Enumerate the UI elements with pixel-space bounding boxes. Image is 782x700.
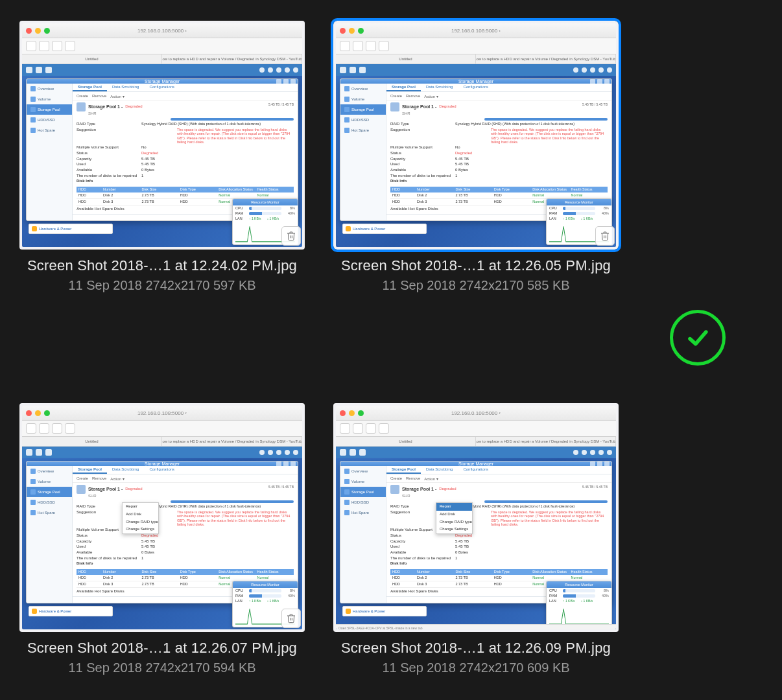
menu-item[interactable]: Change RAID type [436, 519, 472, 526]
sidebar-item-hddssd[interactable]: HDD/SSD [27, 497, 72, 508]
toolbar-action[interactable]: Action [424, 476, 438, 481]
duplicate-check-badge [670, 310, 726, 366]
browser-tab[interactable]: Untitled [336, 437, 476, 446]
menu-item[interactable]: Change Settings [436, 526, 472, 533]
hardware-power-banner[interactable]: Hardware & Power [342, 224, 427, 234]
toolbar-action[interactable]: Action [110, 94, 124, 99]
sidebar-item-hotspare[interactable]: Hot Spare [27, 508, 72, 518]
toolbar-create[interactable]: Create [77, 476, 88, 480]
sidebar-item-hddssd[interactable]: HDD/SSD [27, 115, 72, 125]
file-name: Screen Shot 2018-…1 at 12.26.05 PM.jpg [341, 257, 611, 274]
toolbar-create[interactable]: Create [390, 94, 402, 98]
sidebar-item-storagepool[interactable]: Storage Pool [27, 104, 72, 115]
toolbar-create[interactable]: Create [77, 94, 88, 98]
toolbar-remove[interactable]: Remove [406, 94, 420, 98]
sidebar-item-storagepool[interactable]: Storage Pool [340, 104, 386, 115]
sidebar-item-volume[interactable]: Volume [27, 476, 72, 487]
toolbar-action[interactable]: Action [424, 94, 438, 99]
trash-icon[interactable] [595, 226, 615, 246]
tab[interactable]: Configurations [144, 466, 180, 474]
tab[interactable]: Configurations [144, 84, 180, 91]
browser-tab[interactable]: Untitled [22, 54, 162, 64]
gallery-item[interactable]: 192.168.0.108:5000 ‹UntitledHow to repla… [13, 403, 311, 700]
status-bar: Open 5PSL-2AE2-4CDA-CPV at 5PSL-image in… [336, 624, 616, 629]
menu-item[interactable]: Add Disk [436, 511, 472, 519]
browser-tab[interactable]: How to replace a HDD and repair a Volume… [162, 54, 302, 64]
window-title: 192.168.0.108:5000 ‹ [336, 28, 616, 34]
hardware-power-banner[interactable]: Hardware & Power [342, 606, 427, 616]
menu-item[interactable]: Repair [436, 503, 472, 511]
trash-icon[interactable] [281, 226, 301, 246]
file-name: Screen Shot 2018-…1 at 12.24.02 PM.jpg [27, 257, 297, 274]
tab[interactable]: Data Scrubbing [107, 84, 144, 91]
menu-item[interactable]: Repair [123, 503, 158, 511]
sidebar-item-hddssd[interactable]: HDD/SSD [340, 497, 386, 508]
trash-icon[interactable] [281, 609, 301, 628]
sidebar-item-overview[interactable]: Overview [340, 466, 386, 476]
tab[interactable]: Storage Pool [73, 466, 107, 474]
menu-item[interactable]: Change RAID type [123, 519, 158, 526]
tab[interactable]: Data Scrubbing [107, 466, 144, 474]
file-name: Screen Shot 2018-…1 at 12.26.07 PM.jpg [27, 640, 297, 657]
sidebar-item-overview[interactable]: Overview [27, 84, 72, 94]
thumbnail[interactable]: 192.168.0.108:5000 ‹UntitledHow to repla… [333, 403, 619, 632]
sidebar-item-storagepool[interactable]: Storage Pool [27, 487, 72, 497]
toolbar-remove[interactable]: Remove [92, 94, 106, 98]
window-title: 192.168.0.108:5000 ‹ [22, 28, 302, 34]
tab[interactable]: Storage Pool [386, 84, 421, 91]
hardware-power-banner[interactable]: Hardware & Power [29, 606, 113, 616]
sidebar-item-volume[interactable]: Volume [340, 94, 386, 104]
gallery-item[interactable]: 192.168.0.108:5000 ‹UntitledHow to repla… [327, 403, 625, 700]
file-meta: 11 Sep 2018 2742x2170 594 KB [68, 660, 255, 675]
menu-item[interactable]: Add Disk [123, 511, 158, 519]
sidebar-item-hotspare[interactable]: Hot Spare [27, 125, 72, 135]
toolbar-create[interactable]: Create [390, 476, 402, 480]
sidebar-item-hotspare[interactable]: Hot Spare [340, 508, 386, 518]
file-name: Screen Shot 2018-…1 at 12.26.09 PM.jpg [341, 640, 611, 657]
sidebar-item-overview[interactable]: Overview [27, 466, 72, 476]
sidebar-item-volume[interactable]: Volume [27, 94, 72, 104]
tab[interactable]: Data Scrubbing [421, 84, 458, 91]
tab[interactable]: Configurations [458, 466, 493, 474]
tab[interactable]: Data Scrubbing [421, 466, 458, 474]
gallery-item[interactable]: 192.168.0.108:5000 ‹UntitledHow to repla… [13, 21, 311, 338]
toolbar-action[interactable]: Action [110, 476, 124, 481]
browser-tab[interactable]: How to replace a HDD and repair a Volume… [162, 437, 302, 446]
file-meta: 11 Sep 2018 2742x2170 609 KB [382, 660, 569, 675]
thumbnail[interactable]: 192.168.0.108:5000 ‹UntitledHow to repla… [19, 403, 305, 632]
browser-tab[interactable]: Untitled [336, 54, 476, 64]
file-meta: 11 Sep 2018 2742x2170 585 KB [382, 278, 569, 293]
thumbnail[interactable]: 192.168.0.108:5000 ‹UntitledHow to repla… [19, 21, 305, 250]
hardware-power-banner[interactable]: Hardware & Power [29, 224, 113, 234]
window-title: 192.168.0.108:5000 ‹ [22, 410, 302, 416]
sidebar-item-hotspare[interactable]: Hot Spare [340, 125, 386, 135]
window-title: 192.168.0.108:5000 ‹ [336, 410, 616, 416]
toolbar-remove[interactable]: Remove [406, 476, 420, 480]
sidebar-item-storagepool[interactable]: Storage Pool [340, 487, 386, 497]
browser-tab[interactable]: How to replace a HDD and repair a Volume… [476, 54, 616, 64]
tab[interactable]: Storage Pool [386, 466, 421, 474]
sidebar-item-volume[interactable]: Volume [340, 476, 386, 487]
browser-tab[interactable]: How to replace a HDD and repair a Volume… [476, 437, 616, 446]
sidebar-item-hddssd[interactable]: HDD/SSD [340, 115, 386, 125]
menu-item[interactable]: Change Settings [123, 526, 158, 533]
toolbar-remove[interactable]: Remove [92, 476, 106, 480]
file-meta: 11 Sep 2018 2742x2170 597 KB [68, 278, 255, 293]
tab[interactable]: Storage Pool [73, 84, 107, 91]
thumbnail[interactable]: 192.168.0.108:5000 ‹UntitledHow to repla… [333, 21, 619, 250]
sidebar-item-overview[interactable]: Overview [340, 84, 386, 94]
tab[interactable]: Configurations [458, 84, 493, 91]
gallery-item[interactable]: 192.168.0.108:5000 ‹UntitledHow to repla… [327, 21, 625, 338]
browser-tab[interactable]: Untitled [22, 437, 162, 446]
